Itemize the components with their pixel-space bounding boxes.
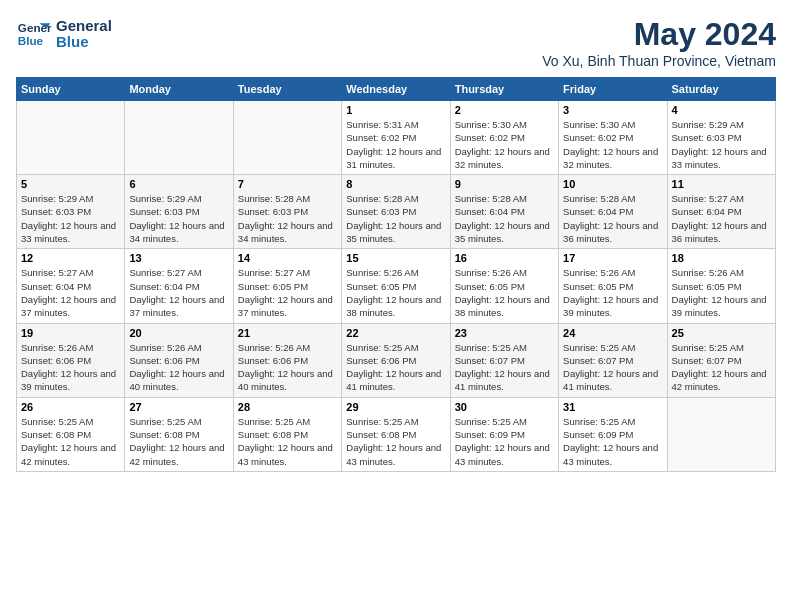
day-cell: 12Sunrise: 5:27 AM Sunset: 6:04 PM Dayli… — [17, 249, 125, 323]
day-number: 7 — [238, 178, 337, 190]
header: General Blue General Blue May 2024 Vo Xu… — [16, 16, 776, 69]
day-number: 4 — [672, 104, 771, 116]
day-cell: 13Sunrise: 5:27 AM Sunset: 6:04 PM Dayli… — [125, 249, 233, 323]
day-info: Sunrise: 5:27 AM Sunset: 6:04 PM Dayligh… — [672, 192, 771, 245]
day-info: Sunrise: 5:25 AM Sunset: 6:06 PM Dayligh… — [346, 341, 445, 394]
day-number: 30 — [455, 401, 554, 413]
day-cell: 10Sunrise: 5:28 AM Sunset: 6:04 PM Dayli… — [559, 175, 667, 249]
col-header-thursday: Thursday — [450, 78, 558, 101]
day-cell: 21Sunrise: 5:26 AM Sunset: 6:06 PM Dayli… — [233, 323, 341, 397]
day-info: Sunrise: 5:26 AM Sunset: 6:06 PM Dayligh… — [238, 341, 337, 394]
day-number: 9 — [455, 178, 554, 190]
day-cell: 1Sunrise: 5:31 AM Sunset: 6:02 PM Daylig… — [342, 101, 450, 175]
logo-icon: General Blue — [16, 16, 52, 52]
day-number: 28 — [238, 401, 337, 413]
day-cell: 7Sunrise: 5:28 AM Sunset: 6:03 PM Daylig… — [233, 175, 341, 249]
header-row: SundayMondayTuesdayWednesdayThursdayFrid… — [17, 78, 776, 101]
month-title: May 2024 — [542, 16, 776, 53]
day-cell: 9Sunrise: 5:28 AM Sunset: 6:04 PM Daylig… — [450, 175, 558, 249]
day-info: Sunrise: 5:27 AM Sunset: 6:04 PM Dayligh… — [129, 266, 228, 319]
day-info: Sunrise: 5:29 AM Sunset: 6:03 PM Dayligh… — [129, 192, 228, 245]
day-number: 31 — [563, 401, 662, 413]
day-info: Sunrise: 5:25 AM Sunset: 6:09 PM Dayligh… — [455, 415, 554, 468]
col-header-saturday: Saturday — [667, 78, 775, 101]
day-number: 13 — [129, 252, 228, 264]
day-cell: 17Sunrise: 5:26 AM Sunset: 6:05 PM Dayli… — [559, 249, 667, 323]
day-number: 1 — [346, 104, 445, 116]
day-info: Sunrise: 5:25 AM Sunset: 6:08 PM Dayligh… — [21, 415, 120, 468]
day-info: Sunrise: 5:31 AM Sunset: 6:02 PM Dayligh… — [346, 118, 445, 171]
logo-blue: Blue — [56, 34, 112, 51]
calendar-table: SundayMondayTuesdayWednesdayThursdayFrid… — [16, 77, 776, 472]
day-info: Sunrise: 5:27 AM Sunset: 6:04 PM Dayligh… — [21, 266, 120, 319]
day-cell: 27Sunrise: 5:25 AM Sunset: 6:08 PM Dayli… — [125, 397, 233, 471]
day-info: Sunrise: 5:27 AM Sunset: 6:05 PM Dayligh… — [238, 266, 337, 319]
day-number: 24 — [563, 327, 662, 339]
day-cell — [17, 101, 125, 175]
day-number: 18 — [672, 252, 771, 264]
day-number: 27 — [129, 401, 228, 413]
day-cell: 6Sunrise: 5:29 AM Sunset: 6:03 PM Daylig… — [125, 175, 233, 249]
day-info: Sunrise: 5:28 AM Sunset: 6:03 PM Dayligh… — [238, 192, 337, 245]
day-cell: 26Sunrise: 5:25 AM Sunset: 6:08 PM Dayli… — [17, 397, 125, 471]
day-number: 15 — [346, 252, 445, 264]
day-cell: 31Sunrise: 5:25 AM Sunset: 6:09 PM Dayli… — [559, 397, 667, 471]
day-cell: 30Sunrise: 5:25 AM Sunset: 6:09 PM Dayli… — [450, 397, 558, 471]
day-number: 16 — [455, 252, 554, 264]
day-cell: 25Sunrise: 5:25 AM Sunset: 6:07 PM Dayli… — [667, 323, 775, 397]
day-info: Sunrise: 5:25 AM Sunset: 6:08 PM Dayligh… — [129, 415, 228, 468]
day-cell: 11Sunrise: 5:27 AM Sunset: 6:04 PM Dayli… — [667, 175, 775, 249]
day-cell — [233, 101, 341, 175]
day-number: 17 — [563, 252, 662, 264]
location-title: Vo Xu, Binh Thuan Province, Vietnam — [542, 53, 776, 69]
day-number: 26 — [21, 401, 120, 413]
day-cell: 22Sunrise: 5:25 AM Sunset: 6:06 PM Dayli… — [342, 323, 450, 397]
day-number: 6 — [129, 178, 228, 190]
day-number: 14 — [238, 252, 337, 264]
day-number: 22 — [346, 327, 445, 339]
day-cell: 5Sunrise: 5:29 AM Sunset: 6:03 PM Daylig… — [17, 175, 125, 249]
col-header-monday: Monday — [125, 78, 233, 101]
svg-text:Blue: Blue — [18, 34, 44, 47]
day-info: Sunrise: 5:25 AM Sunset: 6:07 PM Dayligh… — [672, 341, 771, 394]
day-number: 5 — [21, 178, 120, 190]
day-cell: 14Sunrise: 5:27 AM Sunset: 6:05 PM Dayli… — [233, 249, 341, 323]
col-header-tuesday: Tuesday — [233, 78, 341, 101]
week-row-2: 5Sunrise: 5:29 AM Sunset: 6:03 PM Daylig… — [17, 175, 776, 249]
day-info: Sunrise: 5:25 AM Sunset: 6:08 PM Dayligh… — [238, 415, 337, 468]
day-number: 2 — [455, 104, 554, 116]
day-info: Sunrise: 5:29 AM Sunset: 6:03 PM Dayligh… — [21, 192, 120, 245]
day-cell: 8Sunrise: 5:28 AM Sunset: 6:03 PM Daylig… — [342, 175, 450, 249]
day-cell: 24Sunrise: 5:25 AM Sunset: 6:07 PM Dayli… — [559, 323, 667, 397]
week-row-3: 12Sunrise: 5:27 AM Sunset: 6:04 PM Dayli… — [17, 249, 776, 323]
day-cell: 28Sunrise: 5:25 AM Sunset: 6:08 PM Dayli… — [233, 397, 341, 471]
day-cell: 4Sunrise: 5:29 AM Sunset: 6:03 PM Daylig… — [667, 101, 775, 175]
day-number: 21 — [238, 327, 337, 339]
day-info: Sunrise: 5:26 AM Sunset: 6:05 PM Dayligh… — [672, 266, 771, 319]
col-header-friday: Friday — [559, 78, 667, 101]
day-info: Sunrise: 5:28 AM Sunset: 6:04 PM Dayligh… — [455, 192, 554, 245]
day-number: 23 — [455, 327, 554, 339]
day-info: Sunrise: 5:25 AM Sunset: 6:09 PM Dayligh… — [563, 415, 662, 468]
day-info: Sunrise: 5:29 AM Sunset: 6:03 PM Dayligh… — [672, 118, 771, 171]
day-number: 8 — [346, 178, 445, 190]
day-cell: 29Sunrise: 5:25 AM Sunset: 6:08 PM Dayli… — [342, 397, 450, 471]
day-info: Sunrise: 5:26 AM Sunset: 6:05 PM Dayligh… — [563, 266, 662, 319]
day-number: 25 — [672, 327, 771, 339]
day-cell: 15Sunrise: 5:26 AM Sunset: 6:05 PM Dayli… — [342, 249, 450, 323]
day-info: Sunrise: 5:28 AM Sunset: 6:04 PM Dayligh… — [563, 192, 662, 245]
col-header-sunday: Sunday — [17, 78, 125, 101]
day-cell: 18Sunrise: 5:26 AM Sunset: 6:05 PM Dayli… — [667, 249, 775, 323]
day-info: Sunrise: 5:25 AM Sunset: 6:07 PM Dayligh… — [563, 341, 662, 394]
day-cell — [667, 397, 775, 471]
week-row-4: 19Sunrise: 5:26 AM Sunset: 6:06 PM Dayli… — [17, 323, 776, 397]
day-cell: 19Sunrise: 5:26 AM Sunset: 6:06 PM Dayli… — [17, 323, 125, 397]
day-number: 3 — [563, 104, 662, 116]
logo: General Blue General Blue — [16, 16, 112, 52]
day-number: 20 — [129, 327, 228, 339]
day-number: 11 — [672, 178, 771, 190]
logo-general: General — [56, 18, 112, 35]
day-cell: 20Sunrise: 5:26 AM Sunset: 6:06 PM Dayli… — [125, 323, 233, 397]
title-area: May 2024 Vo Xu, Binh Thuan Province, Vie… — [542, 16, 776, 69]
day-info: Sunrise: 5:26 AM Sunset: 6:05 PM Dayligh… — [455, 266, 554, 319]
